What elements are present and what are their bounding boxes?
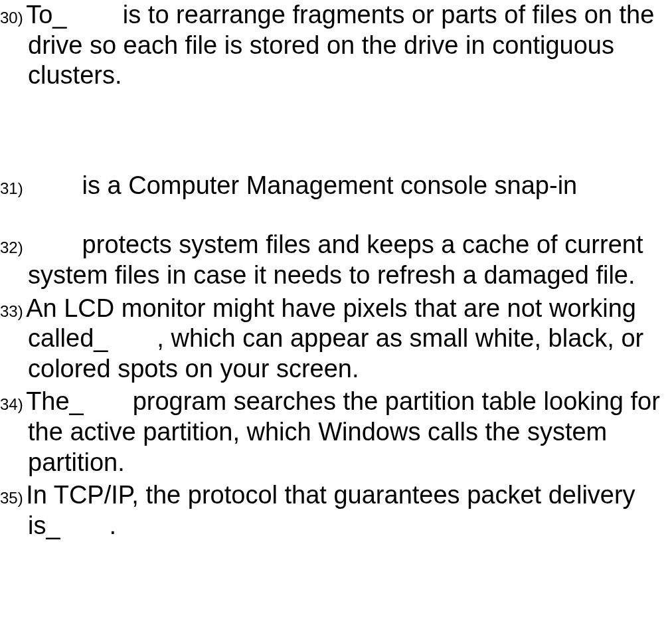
question-31: 31) is a Computer Management console sna… bbox=[0, 171, 672, 201]
question-text: In TCP/IP, the protocol that guarantees … bbox=[26, 481, 635, 539]
question-number: 34) bbox=[0, 395, 23, 413]
question-32: 32) protects system files and keeps a ca… bbox=[0, 230, 672, 290]
question-text: An LCD monitor might have pixels that ar… bbox=[26, 294, 643, 383]
question-34: 34) The_ program searches the partition … bbox=[0, 387, 672, 478]
question-text: protects system files and keeps a cache … bbox=[26, 230, 643, 289]
question-number: 32) bbox=[0, 238, 23, 256]
question-text: is a Computer Management console snap-in bbox=[26, 171, 577, 199]
question-30: 30) To_ is to rearrange fragments or par… bbox=[0, 0, 672, 91]
question-35: 35) In TCP/IP, the protocol that guarant… bbox=[0, 480, 672, 541]
question-number: 35) bbox=[0, 489, 23, 507]
question-number: 33) bbox=[0, 302, 23, 320]
question-33: 33) An LCD monitor might have pixels tha… bbox=[0, 294, 672, 385]
question-text: To_ is to rearrange fragments or parts o… bbox=[26, 1, 654, 89]
question-number: 31) bbox=[0, 179, 23, 197]
question-text: The_ program searches the partition tabl… bbox=[26, 387, 660, 476]
question-number: 30) bbox=[0, 9, 23, 27]
